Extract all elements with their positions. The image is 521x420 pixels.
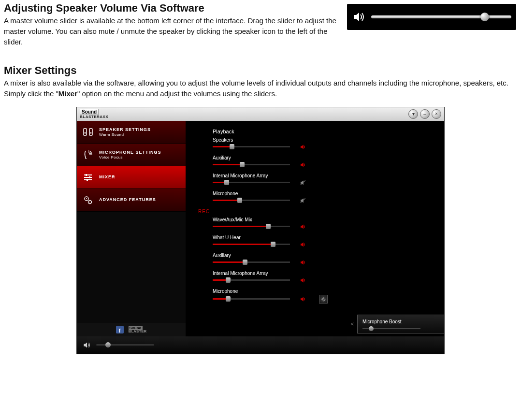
- channel-row: Auxiliary: [213, 155, 436, 168]
- section-body: A master volume slider is available at t…: [4, 15, 337, 47]
- channel-thumb[interactable]: [243, 260, 247, 265]
- sidebar-item-advanced-features[interactable]: ADVANCED FEATURES: [77, 189, 186, 212]
- footer-volume-slider[interactable]: [96, 344, 154, 346]
- section-title: Adjusting Speaker Volume Via Software: [4, 2, 337, 14]
- channel-thumb[interactable]: [237, 198, 242, 203]
- nav-label: ADVANCED FEATURES: [99, 197, 156, 203]
- channel-row: Wave/Aux/Mic Mix: [213, 217, 436, 230]
- sliders-icon: [82, 171, 94, 184]
- microphone-boost-popup: Microphone Boost: [357, 315, 444, 333]
- channel-label: Wave/Aux/Mic Mix: [213, 217, 436, 222]
- nav-sublabel: Voice Focus: [99, 155, 161, 159]
- channel-label: Auxiliary: [213, 253, 436, 258]
- svg-point-16: [322, 298, 324, 300]
- channel-label: Auxiliary: [213, 155, 436, 160]
- svg-point-13: [89, 202, 90, 203]
- app-logo: Sound BLASTERAXX: [80, 110, 108, 118]
- master-volume-thumb[interactable]: [480, 13, 489, 21]
- channel-thumb[interactable]: [266, 224, 271, 229]
- channel-thumb[interactable]: [226, 277, 231, 283]
- channel-row: Internal Microphone Array: [213, 271, 436, 284]
- channel-thumb[interactable]: [226, 296, 231, 302]
- channel-slider[interactable]: [213, 226, 290, 227]
- volume-icon[interactable]: [300, 259, 306, 266]
- svg-point-2: [85, 132, 86, 133]
- channel-slider[interactable]: [213, 279, 290, 281]
- sidebar-item-microphone-settings[interactable]: MICROPHONE SETTINGSVoice Focus: [77, 144, 186, 166]
- master-volume-widget: [347, 4, 516, 30]
- speaker-icon[interactable]: [83, 341, 91, 349]
- mixer-panel: Playback SpeakersAuxiliaryInternal Micro…: [186, 121, 444, 336]
- channel-row: What U Hear: [213, 235, 436, 248]
- dropdown-button[interactable]: ▾: [408, 109, 418, 119]
- popup-label: Microphone Boost: [362, 319, 440, 324]
- facebook-icon[interactable]: f: [116, 326, 124, 333]
- channel-label: Microphone: [213, 191, 436, 196]
- nav-label: SPEAKER SETTINGS: [99, 127, 151, 132]
- close-button[interactable]: ×: [432, 109, 441, 119]
- app-titlebar: Sound BLASTERAXX ▾ – ×: [77, 107, 444, 121]
- channel-row: Microphone: [213, 289, 436, 304]
- volume-icon[interactable]: [300, 296, 306, 303]
- footer-volume-thumb[interactable]: [105, 342, 111, 348]
- svg-point-3: [90, 132, 92, 133]
- channel-label: Speakers: [213, 137, 436, 143]
- channel-label: Internal Microphone Array: [213, 173, 436, 178]
- channel-slider[interactable]: [213, 182, 290, 183]
- rec-heading: REC: [198, 209, 436, 214]
- mute-icon[interactable]: [300, 197, 306, 204]
- svg-rect-1: [89, 129, 92, 135]
- volume-icon[interactable]: [300, 241, 306, 248]
- volume-icon[interactable]: [300, 161, 306, 168]
- channel-label: Microphone: [213, 289, 436, 294]
- microphone-boost-thumb[interactable]: [369, 326, 374, 331]
- volume-icon[interactable]: [300, 144, 306, 150]
- nav-sublabel: Warm Sound: [99, 132, 151, 137]
- sidebar-item-speaker-settings[interactable]: SPEAKER SETTINGSWarm Sound: [77, 121, 186, 144]
- brand-badge: Sound BLASTER: [129, 326, 147, 333]
- channel-settings-button[interactable]: [319, 295, 328, 304]
- nav-label: MIXER: [99, 174, 116, 180]
- channel-row: Internal Microphone Array: [213, 173, 436, 186]
- volume-icon[interactable]: [300, 277, 306, 284]
- channel-slider[interactable]: [213, 244, 290, 245]
- channel-slider[interactable]: [213, 146, 290, 147]
- channel-slider[interactable]: [213, 200, 290, 201]
- channel-thumb[interactable]: [230, 144, 234, 149]
- sidebar-item-mixer[interactable]: MIXER: [77, 166, 186, 189]
- channel-row: Microphone: [213, 191, 436, 204]
- playback-heading: Playback: [213, 129, 436, 134]
- voice-icon: [82, 148, 94, 161]
- channel-thumb[interactable]: [224, 180, 229, 185]
- svg-rect-9: [87, 179, 88, 181]
- channel-slider[interactable]: [213, 298, 290, 300]
- master-volume-slider[interactable]: [371, 15, 511, 18]
- channel-thumb[interactable]: [271, 242, 275, 247]
- volume-icon[interactable]: [300, 223, 306, 230]
- speaker-icon[interactable]: [352, 10, 366, 24]
- svg-rect-8: [89, 176, 90, 178]
- channel-slider[interactable]: [213, 261, 290, 263]
- channel-label: Internal Microphone Array: [213, 271, 436, 276]
- channel-row: Auxiliary: [213, 253, 436, 266]
- svg-point-11: [86, 198, 87, 199]
- channel-label: What U Hear: [213, 235, 436, 240]
- svg-rect-0: [84, 129, 87, 135]
- microphone-boost-slider[interactable]: [362, 328, 420, 329]
- sidebar: SPEAKER SETTINGSWarm SoundMICROPHONE SET…: [77, 121, 186, 336]
- mute-icon[interactable]: [300, 179, 306, 186]
- section-body: A mixer is also available via the softwa…: [4, 78, 517, 99]
- channel-row: Speakers: [213, 137, 436, 150]
- channel-slider[interactable]: [213, 164, 290, 165]
- speaker-pair-icon: [82, 126, 94, 138]
- minimize-button[interactable]: –: [420, 109, 430, 119]
- svg-rect-7: [86, 174, 87, 176]
- channel-thumb[interactable]: [240, 162, 245, 167]
- sidebar-footer: f Sound BLASTER: [77, 323, 186, 336]
- gears-icon: [82, 194, 94, 206]
- app-window: Sound BLASTERAXX ▾ – × SPEAKER SETTINGSW…: [76, 107, 445, 354]
- nav-label: MICROPHONE SETTINGS: [99, 150, 161, 155]
- section-title: Mixer Settings: [4, 64, 517, 77]
- app-footer: [77, 336, 444, 354]
